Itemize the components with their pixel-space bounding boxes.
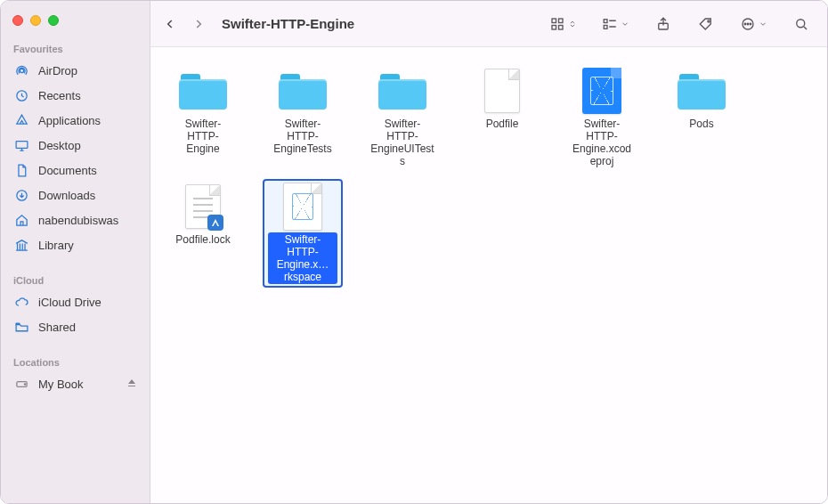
file-label: Podfile [483, 117, 522, 131]
sidebar-item-desktop[interactable]: Desktop [1, 133, 150, 158]
file-label: Swifter-HTTP-Engine.x…rkspace [268, 232, 337, 284]
folder-icon [376, 69, 429, 113]
file-item-folder[interactable]: Swifter-HTTP-Engine [163, 63, 243, 174]
eject-icon[interactable] [126, 378, 137, 391]
download-icon [13, 187, 29, 203]
svg-point-13 [708, 20, 710, 21]
svg-rect-11 [604, 25, 607, 28]
sidebar-item-label: Shared [38, 321, 76, 334]
desktop-icon [13, 137, 29, 153]
view-mode-button[interactable] [545, 12, 581, 37]
sidebar-item-label: iCloud Drive [38, 296, 101, 309]
file-label: Pods [686, 117, 716, 131]
close-window-button[interactable] [12, 15, 23, 26]
more-actions-button[interactable] [735, 12, 772, 37]
sidebar-section-title: Favourites [1, 38, 150, 58]
vscode-badge-icon [207, 215, 223, 231]
file-label: Swifter-HTTP-EngineTests [268, 117, 337, 156]
traffic-lights [1, 10, 150, 38]
svg-point-0 [20, 69, 23, 72]
minimize-window-button[interactable] [30, 15, 41, 26]
file-label: Swifter-HTTP-Engine.xcodeproj [567, 117, 637, 168]
share-button[interactable] [650, 12, 677, 37]
folder-icon [276, 69, 329, 113]
sidebar-item-label: Desktop [38, 139, 81, 152]
sidebar-item-shared[interactable]: Shared [1, 314, 150, 339]
sidebar-item-label: Recents [38, 89, 81, 102]
sidebar-section-title: Locations [1, 352, 150, 371]
svg-rect-10 [604, 19, 607, 22]
sidebar-item-label: My Book [38, 378, 84, 391]
tags-button[interactable] [693, 12, 719, 37]
file-item-xcodeproj[interactable]: Swifter-HTTP-Engine.xcodeproj [562, 63, 642, 174]
folder-icon [176, 69, 230, 113]
svg-point-18 [797, 19, 805, 27]
file-label: Swifter-HTTP-Engine [168, 117, 238, 156]
svg-point-16 [747, 23, 749, 25]
shared-folder-icon [13, 319, 29, 335]
file-icon [475, 69, 529, 113]
sidebar-item-library[interactable]: Library [1, 232, 150, 257]
file-item-folder[interactable]: Swifter-HTTP-EngineUITests [362, 63, 442, 174]
file-item-podfile-lock[interactable]: Podfile.lock [163, 179, 243, 288]
sidebar-item-recents[interactable]: Recents [1, 83, 150, 108]
finder-window: Favourites AirDrop Recents Applications … [0, 0, 828, 504]
zoom-window-button[interactable] [48, 15, 59, 26]
sidebar-item-label: AirDrop [38, 64, 77, 77]
xcworkspace-icon [276, 184, 329, 229]
apps-icon [13, 112, 29, 128]
search-button[interactable] [788, 12, 815, 37]
library-icon [13, 237, 29, 253]
sidebar-item-label: Documents [38, 164, 97, 177]
toolbar: Swifter-HTTP-Engine [150, 1, 827, 47]
svg-point-17 [750, 23, 751, 25]
file-item-podfile[interactable]: Podfile [462, 63, 542, 174]
disk-icon [13, 376, 29, 392]
sidebar-item-downloads[interactable]: Downloads [1, 183, 150, 207]
sidebar-item-label: nabendubiswas [38, 214, 118, 227]
forward-button[interactable] [186, 12, 211, 37]
sidebar: Favourites AirDrop Recents Applications … [1, 1, 150, 503]
toolbar-right [545, 12, 815, 37]
window-title: Swifter-HTTP-Engine [222, 16, 354, 31]
file-item-xcworkspace[interactable]: Swifter-HTTP-Engine.x…rkspace [263, 179, 343, 288]
sidebar-item-label: Applications [38, 114, 101, 127]
folder-icon [675, 69, 728, 113]
sidebar-item-home[interactable]: nabendubiswas [1, 207, 150, 232]
svg-rect-8 [552, 25, 556, 29]
sidebar-item-label: Library [38, 239, 74, 252]
svg-rect-6 [552, 19, 556, 23]
file-icon [176, 184, 230, 229]
svg-point-5 [24, 383, 25, 384]
cloud-icon [13, 294, 29, 310]
file-label: Swifter-HTTP-EngineUITests [368, 117, 437, 168]
back-button[interactable] [158, 12, 183, 37]
svg-rect-9 [559, 25, 564, 29]
svg-point-15 [744, 23, 746, 25]
sidebar-item-applications[interactable]: Applications [1, 108, 150, 133]
group-by-button[interactable] [597, 12, 634, 37]
file-item-folder[interactable]: Pods [662, 63, 742, 174]
svg-rect-2 [16, 141, 28, 148]
sidebar-item-airdrop[interactable]: AirDrop [1, 58, 150, 83]
sidebar-item-documents[interactable]: Documents [1, 158, 150, 183]
sidebar-item-external-disk[interactable]: My Book [1, 371, 150, 396]
icon-grid[interactable]: Swifter-HTTP-Engine Swifter-HTTP-EngineT… [150, 47, 827, 503]
sidebar-item-icloud-drive[interactable]: iCloud Drive [1, 289, 150, 314]
xcodeproj-icon [575, 69, 629, 113]
file-item-folder[interactable]: Swifter-HTTP-EngineTests [263, 63, 343, 174]
svg-rect-7 [559, 19, 564, 23]
sidebar-item-label: Downloads [38, 189, 95, 202]
home-icon [13, 212, 29, 228]
main-pane: Swifter-HTTP-Engine [150, 1, 827, 503]
file-label: Podfile.lock [173, 232, 232, 247]
clock-icon [13, 87, 29, 103]
document-icon [13, 162, 29, 178]
airdrop-icon [13, 62, 29, 78]
sidebar-section-title: iCloud [1, 270, 150, 289]
